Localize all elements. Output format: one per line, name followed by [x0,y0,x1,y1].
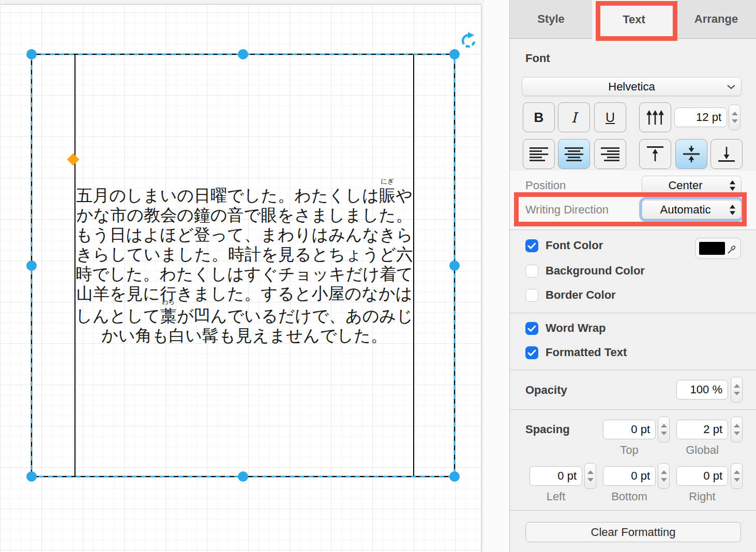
selection-handle-sw[interactable] [26,471,37,482]
border-color-label: Border Color [546,288,616,302]
font-color-checkbox[interactable] [525,239,538,252]
updown-arrows-icon [729,180,736,191]
spacing-left-value: 0 pt [557,469,577,483]
eyedropper-icon [726,243,738,255]
spacing-top-stepper[interactable] [658,417,670,442]
selection-handle-se[interactable] [449,471,460,482]
align-left-button[interactable] [523,139,555,169]
font-family-value: Helvetica [608,80,655,94]
tab-arrange[interactable]: Arrange [676,0,756,39]
spacing-right-input[interactable]: 0 pt [676,466,728,486]
spacing-top-value: 0 pt [631,423,650,436]
spacing-global-caption: Global [676,443,728,457]
bold-button[interactable]: B [523,102,555,132]
font-color-swatch-button[interactable] [695,238,741,259]
border-color-row: Border Color [525,288,616,302]
word-wrap-checkbox[interactable] [525,322,538,335]
clear-formatting-button[interactable]: Clear Formatting [525,522,741,542]
rotate-handle-icon[interactable] [463,32,474,47]
valign-top-button[interactable] [639,139,671,169]
italic-button[interactable]: I [558,102,590,132]
selection-handle-e[interactable] [449,260,460,271]
valign-bottom-button[interactable] [710,139,743,169]
text-line: かい角も白い髯も見えませんでした。 [75,326,414,345]
vertical-arrows-icon [645,109,665,126]
font-family-select[interactable]: Helvetica [522,77,742,96]
spacing-global-input[interactable]: 2 pt [676,420,728,439]
text-line: もう日はよほど登って、まわりはみんなきら [75,225,414,244]
align-right-icon [600,147,620,161]
spacing-global-stepper[interactable] [731,417,743,442]
spacing-left-caption: Left [530,490,582,503]
spacing-bottom-input[interactable]: 0 pt [603,466,656,486]
checkmark-icon [525,346,538,359]
tab-style[interactable]: Style [510,0,592,39]
selection-handle-nw[interactable] [26,49,37,59]
font-color-swatch [699,242,725,255]
opacity-stepper[interactable] [731,377,743,403]
selection-handle-s[interactable] [238,471,248,482]
opacity-value: 100 % [690,383,722,396]
align-center-button[interactable] [558,139,590,169]
chevron-down-icon [727,84,736,89]
formatted-text-row: Formatted Text [525,346,627,359]
text-line: 時でした。わたくしはすぐチョッキだけ着て [75,264,414,284]
canvas[interactable]: 五月のしまいの日曜でした。わたくしは賑にぎやかな市の教会の鐘の音で眼をさましまし… [0,0,509,552]
spacing-label: Spacing [525,423,570,436]
background-color-checkbox[interactable] [525,265,538,278]
valign-top-icon [646,145,664,163]
spacing-right-stepper[interactable] [731,463,743,489]
divider [510,409,756,410]
annotation-box-writing-direction [514,192,747,226]
spacing-global-value: 2 pt [703,423,722,436]
opacity-label: Opacity [525,384,567,397]
text-line: きらしていました。時計を見るとちょうど六 [75,244,414,264]
spacing-right-caption: Right [676,490,728,503]
text-line: 山羊を見に行きました。すると小屋のなかは [75,284,414,303]
font-size-stepper[interactable] [729,104,740,130]
background-color-label: Background Color [546,264,645,278]
selection-handle-n[interactable] [238,49,248,59]
spacing-top-input[interactable]: 0 pt [603,420,656,439]
divider [510,313,756,313]
spacing-right-value: 0 pt [703,469,722,483]
divider [510,229,756,230]
position-value: Center [668,179,702,192]
spacing-bottom-caption: Bottom [603,490,656,503]
vertical-text-button[interactable] [639,102,671,132]
label-position-handle[interactable] [67,153,79,165]
formatted-text-label: Formatted Text [546,346,627,359]
spacing-left-input[interactable]: 0 pt [530,466,582,486]
selection-handle-ne[interactable] [449,49,460,59]
border-color-checkbox[interactable] [525,289,538,302]
spacing-top-caption: Top [603,443,656,457]
spacing-bottom-stepper[interactable] [658,463,670,489]
selection-handle-w[interactable] [26,260,37,271]
text-line: かな市の教会の鐘の音で眼をさましました。 [75,205,414,225]
divider [510,510,756,511]
text-line: しんとして藁わらが凹んでいるだけで、あのみじ [75,306,414,326]
background-color-row: Background Color [525,264,645,278]
font-color-label: Font Color [546,239,603,252]
formatted-text-checkbox[interactable] [525,346,538,359]
checkmark-icon [525,239,538,252]
underline-button[interactable]: U [594,102,626,132]
bold-icon: B [534,110,544,126]
underline-icon: U [606,110,615,125]
valign-middle-icon [683,145,700,163]
valign-bottom-icon [718,145,735,163]
italic-icon: I [571,110,577,126]
word-wrap-label: Word Wrap [546,321,606,335]
opacity-input[interactable]: 100 % [676,380,728,400]
checkmark-icon [525,322,538,335]
drawio-app: 五月のしまいの日曜でした。わたくしは賑にぎやかな市の教会の鐘の音で眼をさましまし… [0,0,756,552]
spacing-left-stepper[interactable] [584,463,596,489]
align-left-icon [529,147,549,161]
align-right-button[interactable] [594,139,626,169]
spacing-bottom-value: 0 pt [631,469,650,483]
valign-middle-button[interactable] [675,139,707,169]
shape-text[interactable]: 五月のしまいの日曜でした。わたくしは賑にぎやかな市の教会の鐘の音で眼をさましまし… [75,186,414,345]
font-size-input[interactable]: 12 pt [674,108,727,127]
position-label: Position [525,179,566,192]
divider [510,370,756,370]
